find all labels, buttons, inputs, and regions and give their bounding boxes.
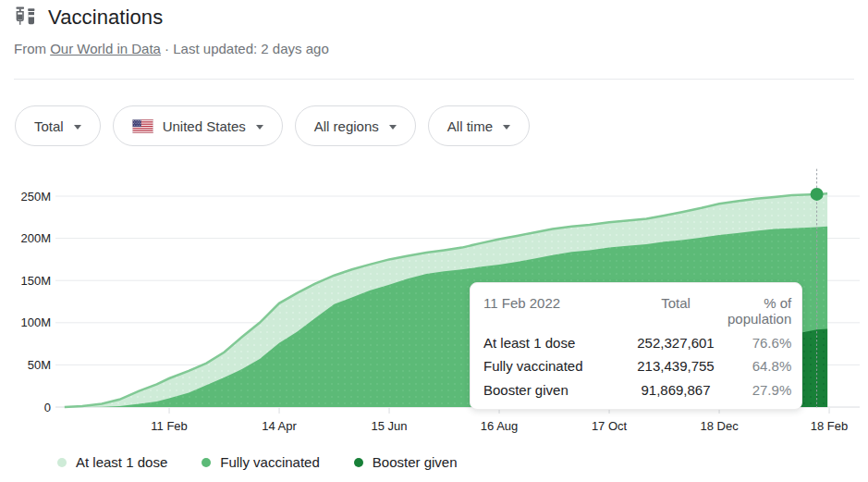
chart-legend: At least 1 dose Fully vaccinated Booster…: [57, 454, 458, 470]
y-axis-label: 0: [44, 401, 51, 414]
x-axis-label: 18 Feb: [811, 419, 848, 433]
source-line: From Our World in Data · Last updated: 2…: [14, 41, 329, 56]
y-axis-label: 100M: [20, 315, 51, 329]
tooltip-row-label: At least 1 dose: [483, 335, 624, 351]
legend-label: Fully vaccinated: [220, 454, 320, 470]
vaccinations-widget: 050M100M150M200M250M11 Feb14 Apr15 Jun16…: [0, 0, 868, 482]
tooltip-row-total: 213,439,755: [624, 358, 727, 374]
source-link[interactable]: Our World in Data: [50, 41, 161, 56]
tooltip-row-total: 252,327,601: [624, 335, 727, 351]
x-axis-label: 15 Jun: [372, 419, 408, 433]
y-axis-label: 150M: [20, 274, 51, 288]
vaccine-syringe-icon: [14, 6, 38, 30]
tooltip-row-total: 91,869,867: [624, 382, 727, 398]
legend-label: Booster given: [373, 454, 458, 470]
x-axis-label: 18 Dec: [700, 419, 739, 433]
last-updated-text: · Last updated: 2 days ago: [165, 41, 329, 56]
region-dropdown-label: All regions: [314, 118, 379, 134]
tooltip-col-percent: % of population: [727, 295, 791, 327]
legend-item-at-least-1-dose: At least 1 dose: [57, 454, 167, 470]
region-dropdown[interactable]: All regions: [295, 105, 416, 146]
legend-dot-light-green: [57, 458, 67, 467]
metric-dropdown-label: Total: [34, 118, 64, 134]
tooltip-row-percent: 64.8%: [727, 358, 791, 374]
source-prefix: From: [14, 41, 46, 56]
y-axis-label: 50M: [28, 358, 51, 372]
legend-label: At least 1 dose: [76, 454, 167, 470]
country-dropdown-label: United States: [163, 118, 246, 134]
hover-marker-dot: [811, 188, 824, 201]
chevron-down-icon: [503, 125, 510, 130]
chevron-down-icon: [389, 125, 397, 130]
chevron-down-icon: [256, 125, 263, 130]
x-axis-label: 11 Feb: [151, 419, 188, 433]
x-axis-label: 17 Oct: [592, 419, 628, 433]
time-dropdown-label: All time: [447, 118, 493, 134]
chart-tooltip: 11 Feb 2022 Total % of population At lea…: [470, 282, 802, 410]
us-flag-icon: [132, 119, 153, 133]
y-axis-label: 200M: [20, 231, 51, 245]
tooltip-row-label: Booster given: [483, 382, 624, 398]
y-axis-label: 250M: [20, 190, 51, 204]
time-dropdown[interactable]: All time: [428, 105, 530, 146]
x-axis-label: 16 Aug: [481, 419, 519, 433]
filter-bar: Total: [15, 105, 530, 146]
tooltip-row-percent: 27.9%: [727, 382, 791, 398]
country-dropdown[interactable]: United States: [113, 105, 283, 146]
chevron-down-icon: [74, 125, 81, 130]
header-divider: [14, 79, 854, 80]
legend-item-fully-vaccinated: Fully vaccinated: [202, 454, 320, 470]
tooltip-date: 11 Feb 2022: [483, 295, 624, 327]
tooltip-col-total: Total: [624, 295, 727, 327]
page-title: Vaccinations: [48, 6, 163, 30]
legend-item-booster-given: Booster given: [354, 454, 458, 470]
header: Vaccinations: [14, 6, 163, 30]
tooltip-row-percent: 76.6%: [727, 335, 791, 351]
tooltip-row-label: Fully vaccinated: [483, 358, 624, 374]
metric-dropdown[interactable]: Total: [15, 105, 101, 146]
x-axis-label: 14 Apr: [262, 419, 297, 433]
legend-dot-dark-green: [354, 458, 363, 467]
legend-dot-green: [202, 458, 211, 467]
